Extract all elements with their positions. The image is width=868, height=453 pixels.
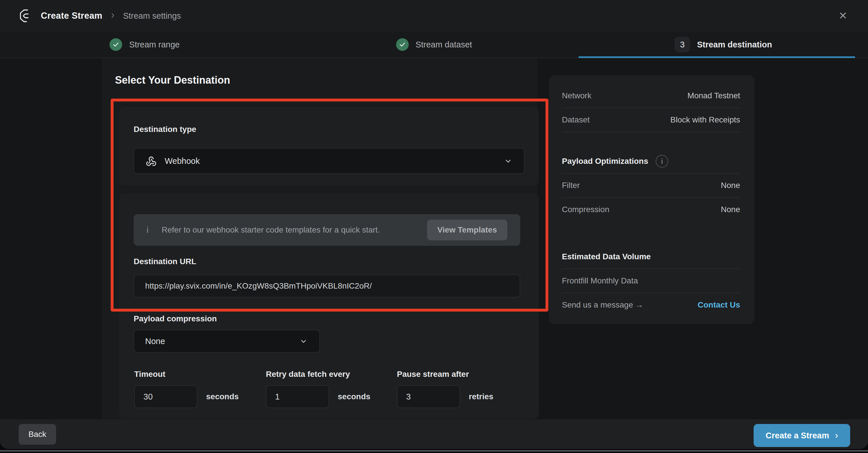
step-number-badge: 3 <box>675 37 690 52</box>
timeout-field: Timeout seconds <box>134 370 239 408</box>
create-stream-button[interactable]: Create a Stream › <box>754 424 850 447</box>
step-label: Stream destination <box>697 40 772 50</box>
header: Create Stream › Stream settings ✕ <box>0 0 868 32</box>
page-title: Create Stream <box>41 11 102 21</box>
summary-label: Dataset <box>562 115 590 124</box>
footer-bar: Back Create a Stream › <box>0 419 868 449</box>
estimated-data-volume-title: Estimated Data Volume <box>562 252 651 261</box>
breadcrumb-chevron-icon: › <box>111 10 114 22</box>
chevron-right-icon: › <box>835 430 838 441</box>
summary-label: Filter <box>562 181 580 190</box>
payload-compression-select[interactable]: None <box>134 330 320 353</box>
summary-value: Monad Testnet <box>687 91 740 100</box>
stream-summary-panel: Network Monad Testnet Dataset Block with… <box>549 75 754 324</box>
step-label: Stream dataset <box>415 40 472 50</box>
destination-url-input[interactable] <box>134 274 520 298</box>
main-area: Select Your Destination Destination type… <box>0 58 868 419</box>
summary-row-compression: Compression None <box>562 198 740 221</box>
step-label: Stream range <box>129 40 180 50</box>
summary-row-contact: Send us a message → Contact Us <box>562 293 740 317</box>
summary-label: Network <box>562 91 591 100</box>
retry-label: Retry data fetch every <box>266 370 370 379</box>
summary-row-dataset: Dataset Block with Receipts <box>562 108 740 132</box>
step-stream-destination[interactable]: 3 Stream destination <box>579 32 868 58</box>
step-stream-dataset[interactable]: Stream dataset <box>289 32 579 58</box>
check-icon <box>396 38 409 51</box>
estimated-data-volume-header: Estimated Data Volume <box>562 245 740 269</box>
back-button[interactable]: Back <box>19 424 56 445</box>
destination-form: Select Your Destination Destination type… <box>102 58 537 419</box>
frontfill-label: Frontfill Monthly Data <box>562 276 638 285</box>
pause-label: Pause stream after <box>397 370 494 379</box>
timeout-label: Timeout <box>134 370 239 379</box>
payload-compression-value: None <box>145 337 165 346</box>
summary-label: Compression <box>562 205 609 214</box>
chevron-down-icon <box>503 156 513 166</box>
section-heading: Select Your Destination <box>115 74 230 86</box>
contact-us-link[interactable]: Contact Us <box>698 300 740 309</box>
step-stream-range[interactable]: Stream range <box>0 32 289 58</box>
webhook-templates-banner: i Refer to our webhook starter code temp… <box>134 214 520 246</box>
window-bottom-edge <box>0 450 868 452</box>
view-templates-button[interactable]: View Templates <box>427 220 507 240</box>
pause-input[interactable] <box>397 385 460 408</box>
chevron-down-icon <box>299 336 308 346</box>
destination-type-card: Destination type Webhook <box>119 107 539 185</box>
create-stream-modal: Create Stream › Stream settings ✕ Stream… <box>0 0 868 449</box>
stepper: Stream range Stream dataset 3 Stream des… <box>0 32 868 58</box>
payload-compression-label: Payload compression <box>134 314 217 323</box>
breadcrumb: Stream settings <box>123 11 181 21</box>
summary-value: None <box>721 181 740 190</box>
close-icon[interactable]: ✕ <box>839 11 847 21</box>
summary-row-filter: Filter None <box>562 174 740 197</box>
pause-unit: retries <box>469 392 494 401</box>
divider <box>562 132 740 132</box>
summary-row-network: Network Monad Testnet <box>562 84 740 108</box>
create-stream-label: Create a Stream <box>766 431 829 440</box>
pause-field: Pause stream after retries <box>397 370 494 408</box>
retry-unit: seconds <box>338 392 370 401</box>
payload-optimizations-header: Payload Optimizations i <box>562 149 740 173</box>
timeout-unit: seconds <box>206 392 239 401</box>
destination-type-value: Webhook <box>165 156 200 166</box>
webhook-icon <box>145 155 157 167</box>
banner-text: Refer to our webhook starter code templa… <box>161 225 380 235</box>
payload-optimizations-title: Payload Optimizations <box>562 157 648 166</box>
destination-type-label: Destination type <box>134 125 196 134</box>
info-icon: i <box>147 225 148 235</box>
webhook-config-card: i Refer to our webhook starter code temp… <box>119 193 539 419</box>
summary-value: None <box>721 205 740 214</box>
retry-input[interactable] <box>266 385 329 408</box>
destination-type-select[interactable]: Webhook <box>134 148 525 174</box>
timeout-input[interactable] <box>134 385 197 408</box>
summary-value: Block with Receipts <box>670 115 740 124</box>
check-icon <box>110 38 122 51</box>
summary-row-frontfill: Frontfill Monthly Data <box>562 269 740 293</box>
contact-message-label: Send us a message → <box>562 300 643 309</box>
retry-field: Retry data fetch every seconds <box>266 370 370 408</box>
info-icon[interactable]: i <box>656 155 668 168</box>
destination-url-label: Destination URL <box>134 257 196 266</box>
app-logo-icon <box>18 8 33 24</box>
